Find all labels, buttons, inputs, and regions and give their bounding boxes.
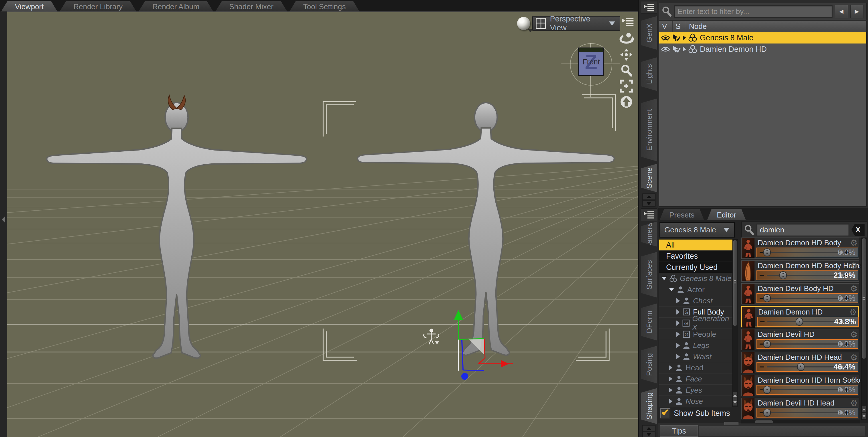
dock-tab-genx[interactable]: GenX bbox=[641, 16, 657, 50]
tree-item[interactable]: Genesis 8 Male bbox=[659, 273, 733, 284]
morph-row[interactable]: Damien Demon HD Body ⚙ −+0.0% bbox=[741, 237, 859, 259]
morph-slider[interactable]: −+0.0% bbox=[756, 385, 858, 395]
slider-handle[interactable] bbox=[763, 340, 771, 348]
gear-icon[interactable]: ⚙ bbox=[850, 284, 858, 294]
visibility-eye-icon[interactable] bbox=[661, 34, 670, 41]
dock-tab-shaping[interactable]: Shaping bbox=[641, 388, 657, 424]
morph-row[interactable]: Damien Demon HD Horn Socket ⚙ −+0.0% bbox=[741, 375, 859, 396]
view-cube-face[interactable]: Front bbox=[583, 58, 600, 66]
tree-item[interactable]: Waist bbox=[659, 351, 733, 362]
slider-decrement[interactable]: − bbox=[759, 270, 765, 280]
morph-list-scrollbar[interactable] bbox=[861, 237, 867, 420]
slider-handle[interactable] bbox=[763, 249, 771, 256]
params-pane-menu-button[interactable] bbox=[641, 208, 657, 221]
tab-render-album[interactable]: Render Album bbox=[139, 1, 213, 11]
morph-row[interactable]: Damien Devil HD Head ⚙ −+0.0% bbox=[741, 398, 859, 419]
expand-icon[interactable] bbox=[683, 35, 686, 40]
tree-item[interactable]: Eyes bbox=[659, 385, 733, 396]
tab-presets[interactable]: Presets bbox=[659, 209, 704, 221]
column-selectable[interactable]: S bbox=[673, 21, 686, 32]
slider-handle[interactable] bbox=[763, 409, 771, 417]
tree-item[interactable]: Head bbox=[659, 362, 733, 374]
dock-scroll-up-button-2[interactable] bbox=[642, 425, 655, 432]
home-view-icon[interactable] bbox=[619, 95, 634, 109]
gear-icon[interactable]: ⚙ bbox=[850, 352, 858, 362]
search-icon[interactable] bbox=[661, 6, 672, 17]
search-icon[interactable] bbox=[744, 224, 754, 235]
frame-tool-icon[interactable] bbox=[619, 80, 634, 93]
morph-list-hscrollbar[interactable] bbox=[741, 420, 860, 424]
morph-row[interactable]: Damien Demon HD Head ⚙ −+46.4% bbox=[741, 352, 859, 373]
slider-decrement[interactable]: − bbox=[760, 317, 765, 326]
morph-slider[interactable]: −+21.9% bbox=[756, 270, 858, 280]
selectable-cursor-icon[interactable] bbox=[672, 45, 681, 53]
group-list-scrollbar[interactable] bbox=[733, 239, 738, 407]
column-node[interactable]: Node bbox=[686, 21, 866, 32]
tree-item[interactable]: Generation X bbox=[659, 318, 733, 329]
figure-selector-dropdown[interactable]: Genesis 8 Male bbox=[659, 222, 735, 237]
dock-scroll-down-button-2[interactable] bbox=[642, 431, 655, 437]
filter-all[interactable]: All bbox=[659, 239, 733, 251]
tree-item[interactable]: Chest bbox=[659, 295, 733, 307]
scene-filter-input[interactable] bbox=[674, 5, 833, 18]
selectable-cursor-icon[interactable] bbox=[672, 34, 681, 42]
gear-icon[interactable]: ⚙ bbox=[850, 238, 858, 248]
tab-render-library[interactable]: Render Library bbox=[60, 1, 136, 11]
morph-row[interactable]: Damien Devil Body HD ⚙ −+0.0% bbox=[741, 283, 859, 304]
pan-tool-icon[interactable] bbox=[619, 48, 634, 61]
filter-currently-used[interactable]: Currently Used bbox=[659, 262, 733, 273]
show-sub-items-control[interactable]: ✔ Show Sub Items bbox=[660, 408, 730, 418]
dock-tab-environment[interactable]: Environment bbox=[641, 98, 657, 162]
tree-item[interactable]: Face bbox=[659, 374, 733, 385]
morph-slider[interactable]: −+46.4% bbox=[756, 362, 858, 372]
tab-shader-mixer[interactable]: Shader Mixer bbox=[215, 1, 287, 11]
gear-icon[interactable]: ⚙ bbox=[850, 329, 858, 340]
dock-tab-posing[interactable]: Posing bbox=[641, 346, 657, 383]
tree-item[interactable]: Legs bbox=[659, 340, 733, 351]
gear-icon[interactable]: ⚙ bbox=[850, 261, 858, 271]
morph-slider[interactable]: −+0.0% bbox=[756, 293, 858, 303]
filter-prev-button[interactable]: ◄ bbox=[835, 5, 848, 18]
scene-node-row[interactable]: Genesis 8 Male bbox=[659, 32, 866, 43]
draw-style-sphere-icon[interactable] bbox=[517, 17, 530, 30]
dock-tab-scene[interactable]: Scene bbox=[641, 164, 657, 192]
left-pane-splitter[interactable] bbox=[0, 11, 8, 437]
slider-handle[interactable] bbox=[797, 363, 805, 371]
morph-row[interactable]: Damien Demon HD Body Horns ⚙ −+21.9% bbox=[741, 260, 859, 282]
morph-slider[interactable]: −+43.8% bbox=[757, 317, 859, 326]
slider-handle[interactable] bbox=[796, 318, 803, 326]
orbit-tool-icon[interactable] bbox=[619, 32, 634, 46]
gear-icon[interactable]: ⚙ bbox=[849, 307, 857, 317]
tab-editor[interactable]: Editor bbox=[707, 209, 746, 221]
dock-scroll-down-button[interactable] bbox=[642, 200, 655, 207]
dock-tab-surfaces[interactable]: Surfaces bbox=[641, 252, 657, 298]
morph-search-input[interactable] bbox=[756, 224, 849, 236]
scene-pane-menu-button[interactable] bbox=[641, 1, 657, 14]
dock-scroll-up-button[interactable] bbox=[642, 194, 655, 200]
splitter-grip[interactable] bbox=[724, 422, 739, 425]
slider-handle[interactable] bbox=[763, 294, 771, 302]
dock-tab-dform[interactable]: DForm bbox=[641, 303, 657, 341]
filter-favorites[interactable]: Favorites bbox=[659, 251, 733, 262]
view-selector-dropdown[interactable]: Perspective View bbox=[532, 16, 620, 31]
node-label[interactable]: Damien Demon HD bbox=[700, 45, 767, 54]
viewport-options-menu-icon[interactable] bbox=[621, 16, 634, 27]
viewport-3d[interactable]: Perspective View Z Front bbox=[7, 11, 638, 437]
tab-tool-settings[interactable]: Tool Settings bbox=[289, 1, 360, 11]
dock-tab-lights[interactable]: Lights bbox=[641, 57, 657, 91]
tab-tips[interactable]: Tips bbox=[660, 425, 698, 437]
collapse-left-icon[interactable] bbox=[2, 216, 5, 223]
tab-viewport[interactable]: Viewport bbox=[1, 1, 58, 11]
filter-next-button[interactable]: ► bbox=[850, 5, 863, 18]
clear-search-button[interactable]: X bbox=[851, 224, 865, 236]
morph-row[interactable]: Damien Devil HD ⚙ −+0.0% bbox=[741, 329, 859, 350]
morph-slider[interactable]: −+0.0% bbox=[756, 408, 858, 417]
scene-node-row[interactable]: Damien Demon HD bbox=[659, 43, 866, 55]
slider-handle[interactable] bbox=[779, 271, 787, 279]
show-sub-items-checkbox[interactable]: ✔ bbox=[660, 408, 671, 418]
expand-icon[interactable] bbox=[683, 47, 686, 52]
morph-row[interactable]: Damien Demon HD ⚙ −+43.8% bbox=[741, 306, 859, 327]
figure-damien-demon[interactable] bbox=[46, 103, 306, 358]
slider-handle[interactable] bbox=[763, 386, 771, 394]
gear-icon[interactable]: ⚙ bbox=[850, 375, 858, 385]
